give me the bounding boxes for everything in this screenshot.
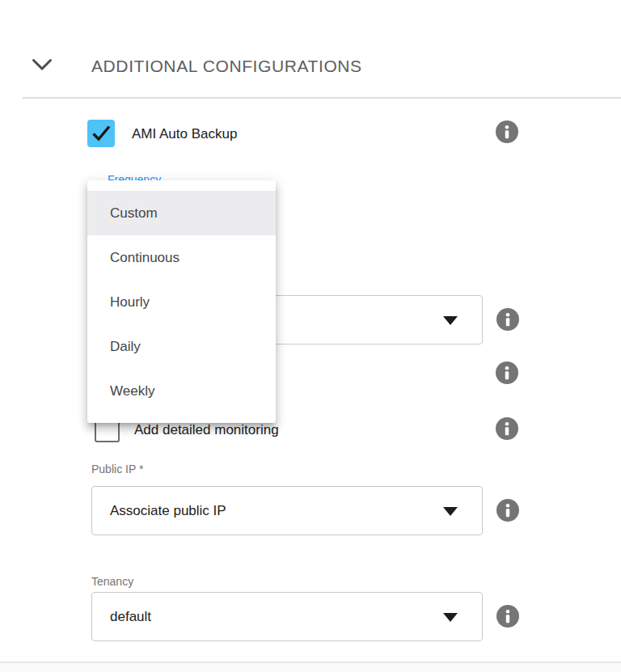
menu-item-custom[interactable]: Custom xyxy=(87,191,276,235)
info-icon[interactable] xyxy=(495,120,519,144)
chevron-down-icon[interactable] xyxy=(31,57,53,74)
header-divider xyxy=(23,97,621,99)
public-ip-label: Public IP * xyxy=(91,463,143,475)
ami-auto-backup-checkbox[interactable] xyxy=(87,120,115,147)
info-icon[interactable] xyxy=(496,498,520,522)
menu-item-hourly[interactable]: Hourly xyxy=(87,280,276,324)
section-title: ADDITIONAL CONFIGURATIONS xyxy=(91,57,362,76)
dropdown-caret-icon xyxy=(443,507,458,516)
menu-item-continuous[interactable]: Continuous xyxy=(87,235,276,280)
info-icon[interactable] xyxy=(496,307,520,332)
detailed-monitoring-label: Add detailed monitoring xyxy=(134,422,279,438)
additional-configurations-panel: ADDITIONAL CONFIGURATIONS AMI Auto Backu… xyxy=(0,0,621,672)
tenancy-label: Tenancy xyxy=(91,575,133,588)
public-ip-value: Associate public IP xyxy=(110,503,226,519)
info-icon[interactable] xyxy=(496,604,520,628)
frequency-dropdown-menu: Custom Continuous Hourly Daily Weekly xyxy=(87,180,276,423)
menu-item-weekly[interactable]: Weekly xyxy=(87,369,276,413)
info-icon[interactable] xyxy=(495,416,519,441)
checkmark-icon xyxy=(87,136,115,150)
public-ip-select[interactable]: Associate public IP xyxy=(91,486,483,535)
tenancy-select[interactable]: default xyxy=(91,592,483,641)
below-divider-area xyxy=(0,663,621,672)
tenancy-value: default xyxy=(110,609,151,625)
dropdown-caret-icon xyxy=(443,613,458,622)
ami-auto-backup-label: AMI Auto Backup xyxy=(132,126,237,142)
dropdown-caret-icon xyxy=(443,316,458,325)
info-icon[interactable] xyxy=(495,361,519,385)
menu-item-daily[interactable]: Daily xyxy=(87,324,276,369)
